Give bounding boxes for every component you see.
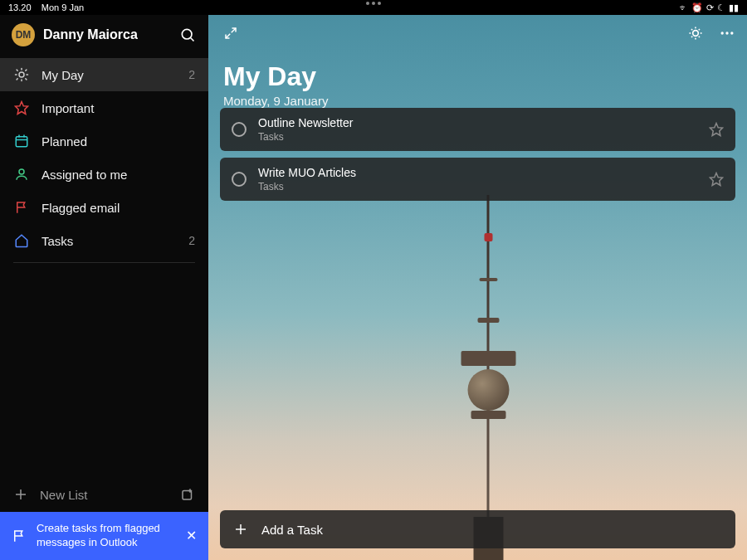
sidebar-list: My Day 2 Important Planned Assigned to — [0, 53, 208, 477]
outlook-banner[interactable]: Create tasks from flagged messages in Ou… — [0, 512, 208, 560]
sidebar-item-assigned[interactable]: Assigned to me — [0, 158, 208, 191]
multitask-dots-icon[interactable] — [366, 2, 381, 5]
svg-marker-11 — [16, 102, 28, 114]
status-time: 13.20 — [8, 2, 32, 12]
svg-point-35 — [730, 32, 733, 34]
star-icon[interactable] — [709, 122, 724, 137]
svg-line-8 — [26, 79, 27, 80]
sidebar-item-label: Planned — [42, 134, 195, 149]
sidebar-item-flagged[interactable]: Flagged email — [0, 191, 208, 224]
task-row[interactable]: Outline Newsletter Tasks — [220, 108, 735, 151]
task-checkbox[interactable] — [232, 122, 247, 137]
user-name[interactable]: Danny Maiorca — [43, 27, 170, 42]
svg-point-34 — [725, 32, 728, 34]
page-title: My Day — [223, 61, 328, 92]
svg-line-7 — [17, 70, 17, 71]
sidebar-item-important[interactable]: Important — [0, 91, 208, 124]
svg-line-30 — [699, 37, 700, 37]
svg-point-24 — [693, 31, 699, 37]
svg-line-23 — [232, 28, 236, 32]
new-list-label: New List — [40, 488, 88, 502]
dnd-icon: ☾ — [717, 2, 725, 13]
svg-point-2 — [19, 72, 24, 77]
sun-icon — [13, 66, 30, 83]
page-subtitle: Monday, 9 January — [223, 94, 328, 108]
svg-line-31 — [699, 29, 700, 30]
task-list-name: Tasks — [258, 131, 697, 143]
expand-icon[interactable] — [223, 26, 238, 41]
calendar-icon — [13, 133, 30, 149]
main-toolbar — [223, 25, 735, 41]
add-task-label: Add a Task — [261, 523, 323, 537]
sidebar-item-count: 2 — [188, 234, 195, 247]
new-group-icon[interactable] — [180, 487, 195, 502]
task-title: Outline Newsletter — [258, 116, 697, 129]
search-icon[interactable] — [178, 26, 197, 44]
plus-icon — [233, 522, 248, 537]
person-icon — [13, 166, 30, 183]
star-icon[interactable] — [709, 172, 724, 187]
alarm-icon: ⏰ — [691, 2, 703, 13]
status-icons: ᯤ ⏰ ⟳ ☾ ▮▮ — [679, 2, 739, 13]
flag-icon — [13, 199, 30, 216]
rotation-lock-icon: ⟳ — [706, 2, 714, 13]
main-panel: My Day Monday, 9 January Outline Newslet… — [208, 15, 747, 560]
svg-point-33 — [721, 32, 724, 34]
avatar[interactable]: DM — [12, 23, 35, 46]
suggestions-icon[interactable] — [687, 25, 704, 41]
sidebar-item-planned[interactable]: Planned — [0, 124, 208, 158]
svg-marker-36 — [710, 124, 723, 136]
close-icon[interactable]: ✕ — [186, 528, 197, 545]
sidebar-header: DM Danny Maiorca — [0, 15, 208, 53]
sidebar-item-my-day[interactable]: My Day 2 — [0, 58, 208, 91]
banner-text: Create tasks from flagged messages in Ou… — [37, 522, 176, 550]
svg-line-29 — [691, 29, 692, 30]
sidebar-item-label: Important — [42, 101, 195, 115]
plus-icon — [13, 487, 28, 502]
star-icon — [13, 100, 30, 116]
svg-line-22 — [226, 34, 230, 38]
new-list-button[interactable]: New List — [0, 477, 208, 512]
battery-icon: ▮▮ — [729, 2, 739, 13]
title-block: My Day Monday, 9 January — [223, 61, 328, 108]
task-checkbox[interactable] — [232, 172, 247, 187]
sidebar-item-label: My Day — [42, 68, 177, 82]
svg-line-1 — [191, 38, 194, 41]
svg-point-0 — [182, 29, 192, 39]
svg-marker-37 — [710, 173, 723, 186]
svg-line-9 — [26, 70, 27, 71]
home-icon — [13, 232, 30, 249]
wifi-icon: ᯤ — [679, 2, 688, 12]
sidebar-item-label: Tasks — [42, 234, 177, 248]
svg-line-32 — [691, 37, 692, 37]
task-list: Outline Newsletter Tasks Write MUO Artic… — [220, 108, 735, 201]
sidebar: DM Danny Maiorca My Day 2 Important — [0, 15, 208, 560]
svg-rect-12 — [16, 137, 27, 147]
task-list-name: Tasks — [258, 181, 697, 192]
flag-icon — [12, 528, 27, 543]
svg-line-10 — [17, 79, 17, 80]
svg-point-16 — [19, 169, 24, 174]
more-icon[interactable] — [719, 25, 735, 41]
task-title: Write MUO Articles — [258, 166, 697, 179]
sidebar-divider — [13, 262, 195, 263]
sidebar-item-tasks[interactable]: Tasks 2 — [0, 224, 208, 257]
sidebar-item-label: Assigned to me — [42, 168, 195, 182]
background-illustration — [487, 195, 490, 560]
status-date: Mon 9 Jan — [42, 2, 84, 12]
sidebar-item-count: 2 — [188, 68, 195, 81]
task-row[interactable]: Write MUO Articles Tasks — [220, 158, 735, 201]
sidebar-item-label: Flagged email — [42, 201, 195, 215]
add-task-input[interactable]: Add a Task — [220, 510, 735, 548]
